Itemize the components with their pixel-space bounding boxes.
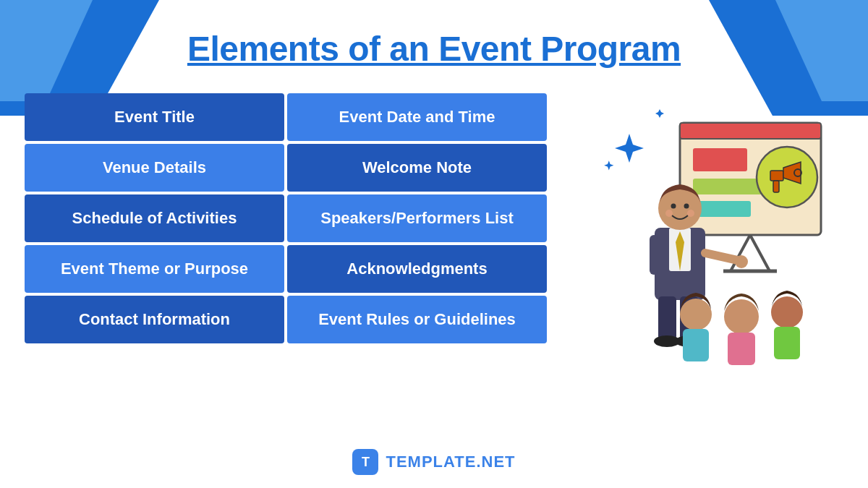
event-illustration xyxy=(586,101,832,369)
table-row: Event Title Event Date and Time xyxy=(25,93,547,141)
board-top-bar xyxy=(680,123,821,139)
svg-rect-31 xyxy=(774,327,800,359)
sparkle-decorations xyxy=(604,109,664,170)
table-cell-rules: Event Rules or Guidelines xyxy=(287,296,547,343)
svg-point-24 xyxy=(665,210,673,217)
svg-rect-3 xyxy=(693,148,747,171)
table-cell-theme: Event Theme or Purpose xyxy=(25,245,284,293)
logo-letter: T xyxy=(362,455,370,470)
table-cell-speakers: Speakers/Performers List xyxy=(287,194,547,242)
page-title-section: Elements of an Event Program xyxy=(0,0,868,83)
svg-point-26 xyxy=(680,299,712,330)
brand-suffix-text: .NET xyxy=(476,453,515,471)
table-cell-venue: Venue Details xyxy=(25,144,284,192)
brand-logo: T xyxy=(352,449,378,475)
svg-point-30 xyxy=(771,296,803,328)
svg-line-1 xyxy=(750,235,770,271)
svg-point-28 xyxy=(724,299,759,334)
svg-point-22 xyxy=(671,204,676,209)
table-cell-acknowledgments: Acknowledgments xyxy=(287,245,547,293)
elements-table: Event Title Event Date and Time Venue De… xyxy=(22,90,550,346)
svg-rect-16 xyxy=(650,235,658,275)
table-row: Event Theme or Purpose Acknowledgments xyxy=(25,245,547,293)
table-cell-event-date: Event Date and Time xyxy=(287,93,547,141)
svg-rect-27 xyxy=(683,329,709,361)
svg-rect-4 xyxy=(693,179,765,194)
svg-rect-9 xyxy=(773,181,779,192)
svg-line-14 xyxy=(705,253,738,260)
svg-rect-7 xyxy=(770,171,783,181)
page-title: Elements of an Event Program xyxy=(0,29,868,69)
brand-name: TEMPLATE.NET xyxy=(386,453,515,471)
table-row: Schedule of Activities Speakers/Performe… xyxy=(25,194,547,242)
table-cell-event-title: Event Title xyxy=(25,93,284,141)
svg-rect-17 xyxy=(658,296,676,340)
svg-point-23 xyxy=(684,204,689,209)
brand-name-text: TEMPLATE xyxy=(386,453,476,471)
svg-rect-5 xyxy=(693,201,751,217)
footer: T TEMPLATE.NET xyxy=(0,449,868,475)
table-cell-welcome: Welcome Note xyxy=(287,144,547,192)
main-content: Event Title Event Date and Time Venue De… xyxy=(0,83,868,387)
illustration xyxy=(571,90,846,380)
svg-point-15 xyxy=(735,255,748,268)
table-cell-contact: Contact Information xyxy=(25,296,284,343)
svg-rect-29 xyxy=(728,333,755,365)
svg-point-25 xyxy=(687,210,694,217)
table-cell-schedule: Schedule of Activities xyxy=(25,194,284,242)
table-row: Venue Details Welcome Note xyxy=(25,144,547,192)
table-row: Contact Information Event Rules or Guide… xyxy=(25,296,547,343)
